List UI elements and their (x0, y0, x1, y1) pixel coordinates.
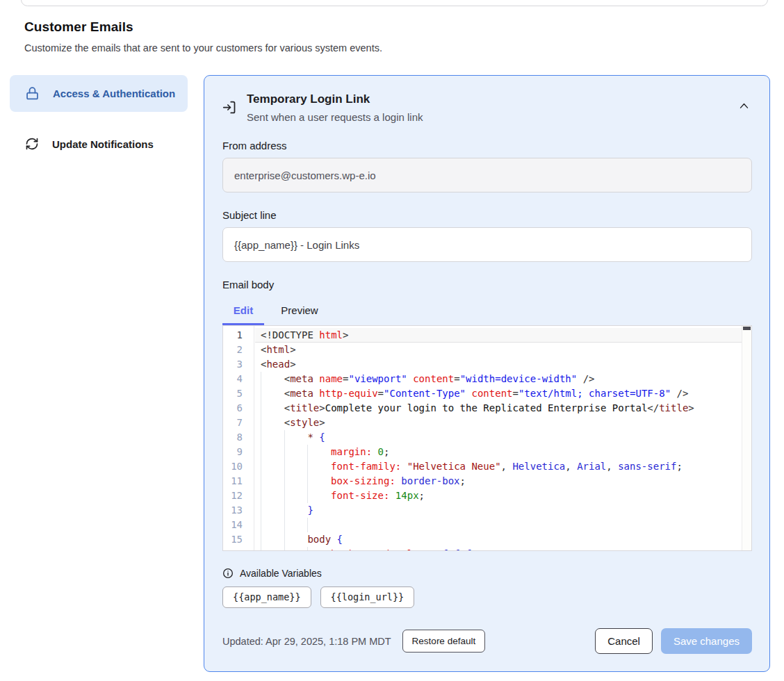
from-address-label: From address (222, 140, 752, 151)
code-line: <html> (255, 343, 751, 357)
line-number: 4 (223, 372, 243, 386)
panel-title: Temporary Login Link (247, 92, 423, 106)
line-number: 14 (223, 518, 243, 532)
panel-header: Temporary Login Link Sent when a user re… (222, 92, 752, 123)
line-number: 3 (223, 357, 243, 372)
sidebar-item-label: Access & Authentication (53, 88, 175, 99)
line-number: 1 (223, 328, 243, 343)
lock-icon (25, 86, 40, 101)
page-header: Customer Emails Customize the emails tha… (0, 0, 784, 54)
updated-timestamp: Updated: Apr 29, 2025, 1:18 PM MDT (222, 636, 391, 647)
page-title: Customer Emails (24, 19, 784, 35)
login-icon (222, 100, 237, 115)
line-number: 15 (223, 532, 243, 547)
line-number: 12 (223, 489, 243, 503)
subject-line-label: Subject line (222, 209, 752, 221)
info-icon (222, 568, 234, 579)
code-line: <style> (255, 416, 751, 430)
sidebar-item-access-authentication[interactable]: Access & Authentication (10, 75, 188, 112)
code-line: <head> (255, 357, 751, 372)
editor-code: <!DOCTYPE html><html><head><meta name="v… (255, 326, 751, 550)
code-line: <meta http-equiv="Content-Type" content=… (255, 386, 751, 401)
top-card-bottom-edge (21, 0, 768, 6)
code-line: <title>Complete your login to the Replic… (255, 401, 751, 416)
line-number: 10 (223, 459, 243, 474)
code-line: <!DOCTYPE html> (255, 328, 751, 343)
scrollbar-thumb[interactable] (743, 327, 751, 330)
line-number: 8 (223, 430, 243, 445)
line-number: 5 (223, 386, 243, 401)
from-address-input[interactable] (222, 158, 752, 192)
collapse-section-button[interactable] (736, 99, 752, 112)
code-line: body { (255, 532, 751, 547)
email-body-label: Email body (222, 279, 752, 290)
variable-chip-login-url[interactable]: {{login_url}} (320, 586, 415, 608)
panel-subtitle: Sent when a user requests a login link (247, 111, 423, 123)
line-number: 9 (223, 445, 243, 459)
save-changes-button[interactable]: Save changes (661, 628, 752, 654)
code-line: font-size: 14px; (255, 489, 751, 503)
code-line: * { (255, 430, 751, 445)
line-number: 16 (223, 547, 243, 551)
cancel-button[interactable]: Cancel (595, 628, 653, 654)
sidebar: Access & Authentication Update Notificat… (10, 75, 188, 162)
line-number: 2 (223, 343, 243, 357)
editor-gutter: 12345678910111213141516 (223, 326, 254, 550)
line-number: 11 (223, 474, 243, 489)
code-line: <meta name="viewport" content="width=dev… (255, 372, 751, 386)
sidebar-item-label: Update Notifications (52, 138, 154, 150)
line-number: 6 (223, 401, 243, 416)
code-line: font-family: "Helvetica Neue", Helvetica… (255, 459, 751, 474)
email-settings-panel: Temporary Login Link Sent when a user re… (204, 75, 770, 672)
chevron-up-icon (739, 102, 749, 109)
tab-edit[interactable]: Edit (222, 300, 264, 325)
variable-chip-app-name[interactable]: {{app_name}} (222, 586, 311, 608)
line-number: 13 (223, 503, 243, 518)
code-line (255, 518, 751, 532)
line-number: 7 (223, 416, 243, 430)
code-line: } (255, 503, 751, 518)
sidebar-item-update-notifications[interactable]: Update Notifications (10, 126, 188, 162)
page-subtitle: Customize the emails that are sent to yo… (24, 42, 784, 54)
code-line: margin: 0; (255, 445, 751, 459)
email-body-tabs: Edit Preview (222, 300, 752, 325)
code-line: box-sizing: border-box; (255, 474, 751, 489)
editor-scrollbar[interactable] (742, 326, 751, 550)
tab-preview[interactable]: Preview (281, 300, 318, 325)
available-variables-label: Available Variables (240, 568, 322, 579)
refresh-icon (25, 137, 39, 151)
code-line: background-color: #f6f6f6; (255, 547, 751, 550)
subject-line-input[interactable] (222, 227, 752, 262)
code-editor[interactable]: 12345678910111213141516 <!DOCTYPE html><… (222, 325, 752, 551)
restore-default-button[interactable]: Restore default (402, 630, 486, 653)
